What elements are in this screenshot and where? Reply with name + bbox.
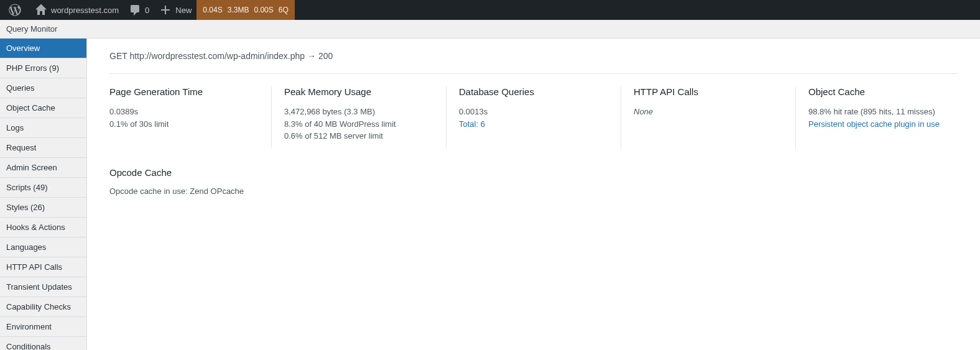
panel-db-queries: Database Queries 0.0013s Total: 6 — [446, 86, 621, 149]
qm-sidebar: Overview PHP Errors (9) Queries Object C… — [0, 39, 87, 350]
panel-note: 8.3% of 40 MB WordPress limit — [284, 118, 433, 131]
sidebar-item-label: Admin Screen — [6, 163, 57, 172]
sidebar-item-label: Hooks & Actions — [6, 223, 65, 232]
sidebar-item-queries[interactable]: Queries — [0, 78, 86, 98]
panel-title: Object Cache — [808, 86, 958, 97]
qm-admin-bar-stats[interactable]: 0.04S 3.3MB 0.00S 6Q — [196, 0, 294, 20]
panel-value: None — [634, 106, 783, 118]
sidebar-item-environment[interactable]: Environment — [0, 317, 86, 337]
panel-value: 0.0013s — [459, 106, 608, 118]
site-name-link[interactable]: wordpresstest.com — [30, 0, 124, 20]
sidebar-item-label: Transient Updates — [6, 282, 72, 292]
opcode-title: Opcode Cache — [109, 167, 958, 178]
panel-value: 3,472,968 bytes (3.3 MB) — [284, 106, 433, 118]
qm-stat-dbtime: 0.00S — [254, 6, 273, 14]
qm-wrap: Overview PHP Errors (9) Queries Object C… — [0, 39, 980, 350]
sidebar-item-label: Logs — [6, 123, 24, 132]
overview-panels: Page Generation Time 0.0389s 0.1% of 30s… — [109, 86, 958, 149]
sidebar-item-label: Styles (26) — [6, 203, 45, 212]
sidebar-item-label: Languages — [6, 242, 46, 252]
sidebar-item-transient-updates[interactable]: Transient Updates — [0, 277, 86, 297]
request-line: GET http://wordpresstest.com/wp-admin/in… — [109, 51, 958, 74]
sidebar-item-languages[interactable]: Languages — [0, 237, 86, 257]
panel-memory: Peak Memory Usage 3,472,968 bytes (3.3 M… — [272, 86, 446, 149]
sidebar-item-admin-screen[interactable]: Admin Screen — [0, 158, 86, 178]
sidebar-item-conditionals[interactable]: Conditionals — [0, 337, 86, 350]
panel-object-cache: Object Cache 98.8% hit rate (895 hits, 1… — [796, 86, 958, 149]
panel-page-generation: Page Generation Time 0.0389s 0.1% of 30s… — [109, 86, 272, 149]
panel-title: Peak Memory Usage — [284, 86, 433, 97]
panel-title: Page Generation Time — [109, 86, 259, 97]
opcode-value: Opcode cache in use: Zend OPcache — [109, 187, 958, 196]
comment-icon — [129, 4, 141, 16]
sidebar-item-request[interactable]: Request — [0, 138, 86, 158]
opcode-section: Opcode Cache Opcode cache in use: Zend O… — [109, 167, 958, 196]
sidebar-item-label: Queries — [6, 83, 35, 93]
panel-http-api: HTTP API Calls None — [621, 86, 796, 149]
sidebar-item-capability-checks[interactable]: Capability Checks — [0, 297, 86, 317]
home-icon — [35, 4, 47, 16]
sidebar-item-overview[interactable]: Overview — [0, 39, 86, 58]
sidebar-item-hooks-actions[interactable]: Hooks & Actions — [0, 218, 86, 237]
comments-count: 0 — [145, 6, 149, 15]
wp-logo[interactable] — [4, 0, 30, 20]
sidebar-item-logs[interactable]: Logs — [0, 118, 86, 138]
wp-admin-bar: wordpresstest.com 0 New 0.04S 3.3MB 0.00… — [0, 0, 980, 20]
new-content-link[interactable]: New — [154, 0, 196, 20]
qm-stat-queries: 6Q — [279, 6, 289, 14]
panel-note: 0.1% of 30s limit — [109, 118, 259, 131]
sidebar-item-label: Scripts (49) — [6, 183, 47, 192]
sidebar-item-label: Request — [6, 143, 36, 152]
qm-panel-title: Query Monitor — [0, 20, 980, 39]
site-name-text: wordpresstest.com — [51, 6, 119, 15]
sidebar-item-label: Capability Checks — [6, 302, 71, 311]
panel-title: Database Queries — [459, 86, 608, 97]
db-total-link[interactable]: Total: 6 — [459, 119, 485, 129]
panel-value: 0.0389s — [109, 106, 259, 118]
sidebar-item-php-errors[interactable]: PHP Errors (9) — [0, 58, 86, 78]
sidebar-item-styles[interactable]: Styles (26) — [0, 198, 86, 218]
sidebar-item-http-api[interactable]: HTTP API Calls — [0, 257, 86, 277]
panel-note: 0.6% of 512 MB server limit — [284, 130, 433, 142]
sidebar-item-label: HTTP API Calls — [6, 262, 62, 272]
sidebar-item-label: Object Cache — [6, 103, 55, 113]
sidebar-item-object-cache[interactable]: Object Cache — [0, 98, 86, 118]
comments-link[interactable]: 0 — [124, 0, 154, 20]
new-label: New — [175, 6, 192, 15]
qm-main: GET http://wordpresstest.com/wp-admin/in… — [87, 39, 980, 350]
sidebar-item-label: Overview — [6, 44, 40, 53]
wordpress-icon — [9, 4, 21, 16]
panel-title: HTTP API Calls — [634, 86, 783, 97]
panel-value: 98.8% hit rate (895 hits, 11 misses) — [808, 106, 958, 118]
object-cache-link[interactable]: Persistent object cache plugin in use — [808, 119, 940, 129]
sidebar-item-label: Environment — [6, 322, 52, 331]
sidebar-item-scripts[interactable]: Scripts (49) — [0, 178, 86, 198]
sidebar-item-label: Conditionals — [6, 342, 51, 350]
qm-stat-time: 0.04S — [203, 6, 222, 14]
qm-stat-memory: 3.3MB — [228, 6, 249, 14]
sidebar-item-label: PHP Errors (9) — [6, 63, 59, 73]
plus-icon — [159, 4, 172, 16]
